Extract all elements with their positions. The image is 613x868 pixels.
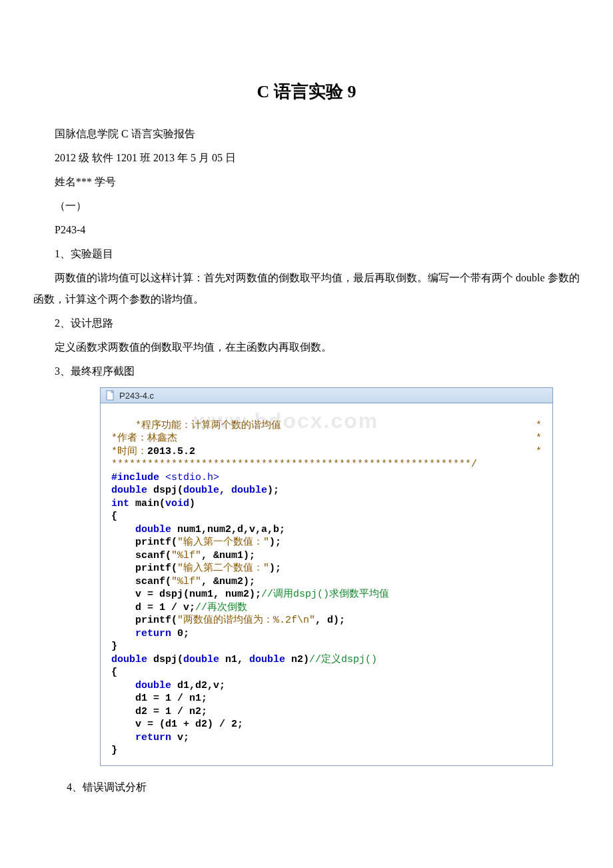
topic-body: 两数值的谐均值可以这样计算：首先对两数值的倒数取平均值，最后再取倒数。编写一个带…: [33, 267, 580, 310]
heading-debug: 4、错误调试分析: [67, 777, 580, 798]
code-token: double: [111, 654, 147, 665]
code-token: );: [267, 485, 279, 496]
code-brace: {: [111, 667, 117, 678]
code-string: "两数值的谐均值为：%.2f\n": [177, 615, 315, 626]
section-index: （一）: [33, 195, 580, 217]
code-token: printf(: [111, 615, 177, 626]
code-token: dspj(: [147, 485, 183, 496]
code-token: , &num1);: [201, 550, 255, 561]
code-titlebar: P243-4.c: [100, 387, 553, 403]
code-token: , d);: [315, 615, 345, 626]
code-comment: //再次倒数: [195, 602, 247, 613]
code-comment: //定义dspj(): [309, 654, 377, 665]
code-string: "输入第一个数值：": [177, 537, 269, 548]
code-token: d1,d2,v;: [171, 680, 225, 691]
heading-screenshot: 3、最终程序截图: [33, 361, 580, 382]
file-icon: [106, 390, 115, 401]
code-brace: {: [111, 511, 117, 522]
code-string: "%lf": [171, 550, 201, 561]
code-token: int: [111, 498, 129, 509]
code-token: n1,: [219, 654, 249, 665]
code-star: *: [536, 419, 542, 433]
code-token: n2): [285, 654, 309, 665]
code-token: d1 = 1 / n1;: [111, 693, 207, 704]
code-token: main(: [129, 498, 165, 509]
code-string: "输入第二个数值：": [177, 563, 269, 574]
code-token: double: [183, 654, 219, 665]
code-token: return: [111, 628, 171, 639]
code-token: scanf(: [111, 576, 171, 587]
code-star: *: [536, 432, 542, 445]
code-brace: }: [111, 745, 117, 756]
report-classinfo: 2012 级 软件 1201 班 2013 年 5 月 05 日: [33, 147, 580, 169]
code-token: d = 1 / v;: [111, 602, 195, 613]
code-token: double: [111, 680, 171, 691]
code-body: www.bdocx.com*程序功能：计算两个数的谐均值* *作者：林鑫杰* *…: [100, 403, 553, 766]
design-body: 定义函数求两数值的倒数取平均值，在主函数内再取倒数。: [33, 337, 580, 358]
code-header: <stdio.h>: [165, 472, 219, 483]
code-token: );: [269, 563, 281, 574]
page-title: C 语言实验 9: [33, 80, 580, 103]
report-author: 姓名*** 学号: [33, 171, 580, 193]
code-token: printf(: [111, 537, 177, 548]
code-line: *程序功能：计算两个数的谐均值: [135, 420, 281, 431]
code-token: 0;: [171, 628, 189, 639]
code-line: *时间：2013.5.2: [111, 446, 195, 457]
code-token: double: [111, 485, 147, 496]
code-token: , &num2);: [201, 576, 255, 587]
code-string: "%lf": [171, 576, 201, 587]
code-token: d2 = 1 / n2;: [111, 706, 207, 717]
code-token: v;: [171, 732, 189, 743]
code-include: #include: [111, 472, 159, 483]
code-filename: P243-4.c: [119, 391, 154, 401]
code-token: num1,num2,d,v,a,b;: [171, 524, 285, 535]
code-token: double: [249, 654, 285, 665]
code-token: void: [165, 498, 189, 509]
code-brace: }: [111, 641, 117, 652]
code-line: *作者：林鑫杰: [111, 433, 177, 444]
code-divider: ****************************************…: [111, 459, 477, 470]
code-token: v = (d1 + d2) / 2;: [111, 719, 243, 730]
heading-topic: 1、实验题目: [33, 243, 580, 265]
code-token: );: [269, 537, 281, 548]
code-star: *: [536, 445, 542, 459]
code-screenshot: P243-4.c www.bdocx.com*程序功能：计算两个数的谐均值* *…: [100, 387, 553, 766]
code-token: dspj(: [147, 654, 183, 665]
code-token: ): [189, 498, 195, 509]
code-token: double: [111, 524, 171, 535]
heading-design: 2、设计思路: [33, 313, 580, 334]
code-token: printf(: [111, 563, 177, 574]
code-token: return: [111, 732, 171, 743]
code-token: scanf(: [111, 550, 171, 561]
code-token: double, double: [183, 485, 267, 496]
problem-ref: P243-4: [33, 219, 580, 241]
code-comment: //调用dspj()求倒数平均值: [261, 589, 389, 600]
code-token: v = dspj(num1, num2);: [111, 589, 261, 600]
report-header: 国脉信息学院 C 语言实验报告: [33, 123, 580, 145]
